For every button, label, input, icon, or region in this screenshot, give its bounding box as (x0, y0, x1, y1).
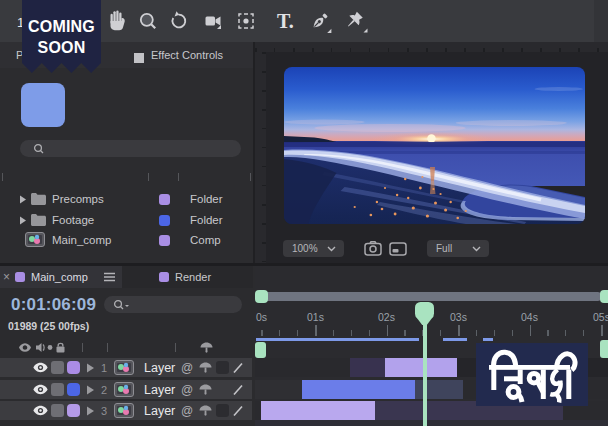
svg-text:T.: T. (277, 10, 294, 32)
